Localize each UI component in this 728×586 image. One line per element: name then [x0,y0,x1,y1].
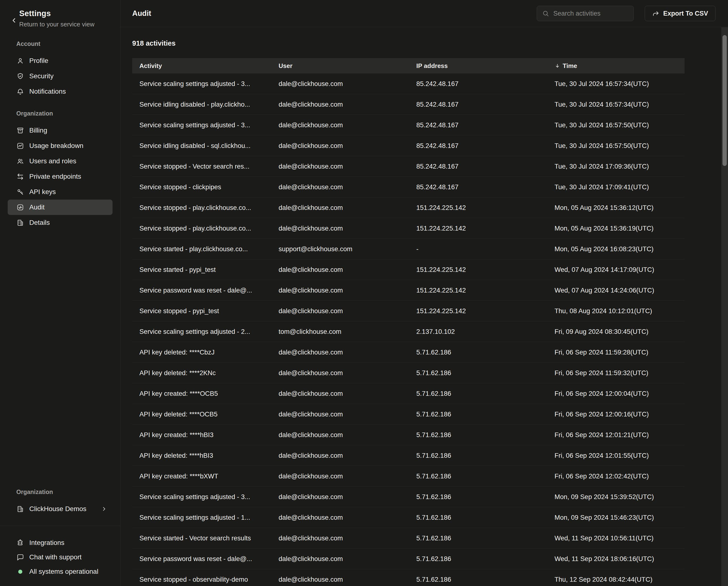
cell-time: Tue, 30 Jul 2024 16:57:34(UTC) [554,80,684,88]
table-row[interactable]: Service stopped - clickpipesdale@clickho… [132,177,684,197]
sidebar-item-details[interactable]: Details [8,215,112,230]
export-csv-button[interactable]: Export To CSV [645,6,716,21]
back-button[interactable] [9,14,19,28]
cell-user: dale@clickhouse.com [279,80,416,88]
table-row[interactable]: Service stopped - play.clickhouse.co...d… [132,218,684,239]
cell-activity: Service idling disabled - sql.clickhou..… [139,142,279,150]
cell-ip-address: 151.224.225.142 [416,224,554,232]
table-row[interactable]: Service scaling settings adjusted - 3...… [132,73,684,94]
sidebar-item-billing[interactable]: Billing [8,123,112,138]
key-icon [16,188,24,196]
cell-activity: Service stopped - play.clickhouse.co... [139,224,279,232]
table-header-row: ActivityUserIP addressTime [132,58,684,73]
cell-activity: Service scaling settings adjusted - 3... [139,493,279,501]
cell-time: Wed, 11 Sep 2024 10:56:11(UTC) [554,534,684,542]
cell-time: Mon, 05 Aug 2024 16:08:23(UTC) [554,245,684,253]
table-row[interactable]: API key created: ****bXWTdale@clickhouse… [132,466,684,487]
table-row[interactable]: API key deleted: ****OCB5dale@clickhouse… [132,404,684,424]
billing-icon [16,127,24,134]
export-icon [652,10,659,17]
table-row[interactable]: Service idling disabled - play.clickho..… [132,94,684,115]
sidebar-item-usage-breakdown[interactable]: Usage breakdown [8,138,112,153]
section-label-organization-footer: Organization [16,488,112,495]
search-activities-field[interactable] [553,9,628,18]
cell-activity: Service stopped - pypi_test [139,307,279,315]
return-to-service-link[interactable]: Return to your service view [19,21,95,28]
table-row[interactable]: Service scaling settings adjusted - 1...… [132,507,684,528]
table-row[interactable]: API key created: ****hBI3dale@clickhouse… [132,424,684,445]
table-row[interactable]: API key deleted: ****hBI3dale@clickhouse… [132,445,684,466]
cell-activity: Service scaling settings adjusted - 2... [139,328,279,336]
sidebar-item-profile[interactable]: Profile [8,53,112,69]
table-row[interactable]: Service started - play.clickhouse.co...s… [132,239,684,260]
table-row[interactable]: API key deleted: ****CbzJdale@clickhouse… [132,342,684,363]
column-header-activity[interactable]: Activity [139,62,279,70]
table-row[interactable]: API key created: ****OCB5dale@clickhouse… [132,383,684,404]
cell-ip-address: 5.71.62.186 [416,431,554,439]
sidebar-item-integrations[interactable]: Integrations [8,536,112,550]
scrollbar-thumb[interactable] [723,35,727,166]
sidebar-item-label: Private endpoints [29,173,81,180]
cell-time: Fri, 06 Sep 2024 12:00:16(UTC) [554,411,684,418]
table-row[interactable]: Service scaling settings adjusted - 3...… [132,115,684,136]
sidebar-item-clickhouse-demos[interactable]: ClickHouse Demos [8,501,112,517]
cell-user: dale@clickhouse.com [279,204,416,212]
cell-activity: Service stopped - play.clickhouse.co... [139,204,279,212]
cell-user: dale@clickhouse.com [279,390,416,397]
cell-activity: API key deleted: ****2KNc [139,369,279,377]
cell-ip-address: 5.71.62.186 [416,390,554,397]
sidebar-item-audit[interactable]: Audit [8,200,112,215]
settings-title: Settings [19,9,95,18]
scrollbar-track[interactable] [721,27,728,586]
cell-user: dale@clickhouse.com [279,287,416,294]
table-row[interactable]: Service stopped - play.clickhouse.co...d… [132,197,684,218]
sidebar-item-label: API keys [29,188,56,196]
cell-activity: Service stopped - observability-demo [139,576,279,583]
sidebar-item-security[interactable]: Security [8,69,112,84]
cell-time: Mon, 09 Sep 2024 15:39:52(UTC) [554,493,684,501]
sidebar-item-chat-with-support[interactable]: Chat with support [8,550,112,564]
cell-ip-address: 5.71.62.186 [416,472,554,480]
sidebar-item-label: Security [29,72,53,80]
search-input[interactable] [537,6,634,21]
table-row[interactable]: API key deleted: ****2KNcdale@clickhouse… [132,363,684,383]
cell-time: Wed, 07 Aug 2024 14:24:06(UTC) [554,287,684,294]
users-icon [16,157,24,165]
cell-time: Thu, 08 Aug 2024 10:12:01(UTC) [554,307,684,315]
table-row[interactable]: Service scaling settings adjusted - 2...… [132,321,684,342]
table-row[interactable]: Service stopped - Vector search res...da… [132,156,684,177]
cell-activity: Service password was reset - dale@... [139,287,279,294]
sidebar-item-api-keys[interactable]: API keys [8,184,112,200]
sidebar-footer: IntegrationsChat with supportAll systems… [0,536,120,586]
usage-chart-icon [16,142,24,150]
table-row[interactable]: Service stopped - pypi_testdale@clickhou… [132,301,684,321]
cell-ip-address: 5.71.62.186 [416,514,554,521]
cell-activity: Service stopped - clickpipes [139,183,279,191]
sidebar-item-private-endpoints[interactable]: Private endpoints [8,169,112,184]
column-header-ip-address[interactable]: IP address [416,62,554,70]
search-icon [542,10,549,17]
cell-activity: API key created: ****hBI3 [139,431,279,439]
cell-user: dale@clickhouse.com [279,369,416,377]
table-row[interactable]: Service password was reset - dale@...dal… [132,280,684,301]
table-row[interactable]: Service idling disabled - sql.clickhou..… [132,136,684,156]
cell-ip-address: 85.242.48.167 [416,142,554,150]
sidebar-item-label: Audit [29,203,45,211]
building-icon [16,505,24,513]
cell-ip-address: 5.71.62.186 [416,411,554,418]
column-header-time[interactable]: Time [554,62,684,70]
table-row[interactable]: Service stopped - observability-demodale… [132,569,684,586]
puzzle-icon [16,539,24,546]
cell-user: dale@clickhouse.com [279,452,416,459]
sidebar-item-notifications[interactable]: Notifications [8,84,112,99]
column-header-user[interactable]: User [279,62,416,70]
sidebar-item-users-and-roles[interactable]: Users and roles [8,153,112,169]
table-row[interactable]: Service scaling settings adjusted - 3...… [132,487,684,507]
table-row[interactable]: Service started - pypi_testdale@clickhou… [132,260,684,280]
table-row[interactable]: Service started - Vector search resultsd… [132,528,684,548]
cell-time: Fri, 06 Sep 2024 11:59:32(UTC) [554,369,684,377]
cell-user: dale@clickhouse.com [279,101,416,108]
cell-user: support@clickhouse.com [279,245,416,253]
cell-ip-address: 85.242.48.167 [416,121,554,129]
table-row[interactable]: Service password was reset - dale@...dal… [132,548,684,569]
